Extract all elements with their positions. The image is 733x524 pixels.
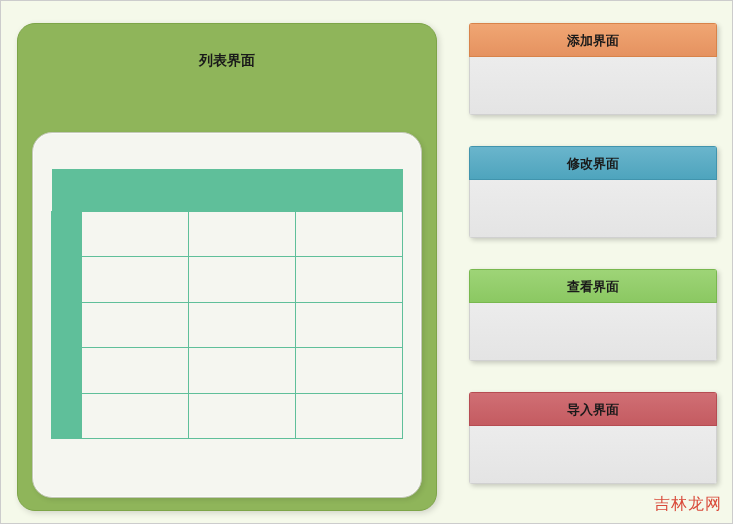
- table-row-header: [52, 393, 82, 439]
- table-cell: [82, 393, 189, 439]
- table-cell: [296, 393, 403, 439]
- table-row-header: [52, 302, 82, 348]
- add-panel[interactable]: 添加界面: [469, 23, 717, 115]
- list-panel: 列表界面: [17, 23, 437, 511]
- table-cell: [296, 211, 403, 257]
- table-row: [52, 348, 403, 394]
- table-cell: [82, 257, 189, 303]
- watermark-text: 吉林龙网: [654, 494, 722, 515]
- table-cell: [296, 302, 403, 348]
- table-cell: [189, 393, 296, 439]
- table-col-header: [189, 169, 296, 211]
- table-row-header: [52, 257, 82, 303]
- table-row: [52, 393, 403, 439]
- table-cell: [189, 302, 296, 348]
- table-col-header: [296, 169, 403, 211]
- edit-panel[interactable]: 修改界面: [469, 146, 717, 238]
- table-col-header: [82, 169, 189, 211]
- import-panel[interactable]: 导入界面: [469, 392, 717, 484]
- import-panel-body: [469, 426, 717, 484]
- table-corner: [52, 169, 82, 211]
- list-panel-title: 列表界面: [18, 24, 436, 70]
- table-cell: [82, 211, 189, 257]
- add-panel-title: 添加界面: [469, 23, 717, 57]
- view-panel[interactable]: 查看界面: [469, 269, 717, 361]
- table-cell: [82, 302, 189, 348]
- add-panel-body: [469, 57, 717, 115]
- table-cell: [296, 348, 403, 394]
- table-cell: [296, 257, 403, 303]
- table-row: [52, 257, 403, 303]
- table-row-header: [52, 211, 82, 257]
- edit-panel-title: 修改界面: [469, 146, 717, 180]
- edit-panel-body: [469, 180, 717, 238]
- view-panel-body: [469, 303, 717, 361]
- table-cell: [82, 348, 189, 394]
- table-card: [32, 132, 422, 498]
- table-cell: [189, 257, 296, 303]
- table-row-header: [52, 348, 82, 394]
- import-panel-title: 导入界面: [469, 392, 717, 426]
- data-table: [51, 169, 403, 439]
- table-cell: [189, 348, 296, 394]
- table-row: [52, 302, 403, 348]
- table-cell: [189, 211, 296, 257]
- table-row: [52, 211, 403, 257]
- table-header-row: [52, 169, 403, 211]
- view-panel-title: 查看界面: [469, 269, 717, 303]
